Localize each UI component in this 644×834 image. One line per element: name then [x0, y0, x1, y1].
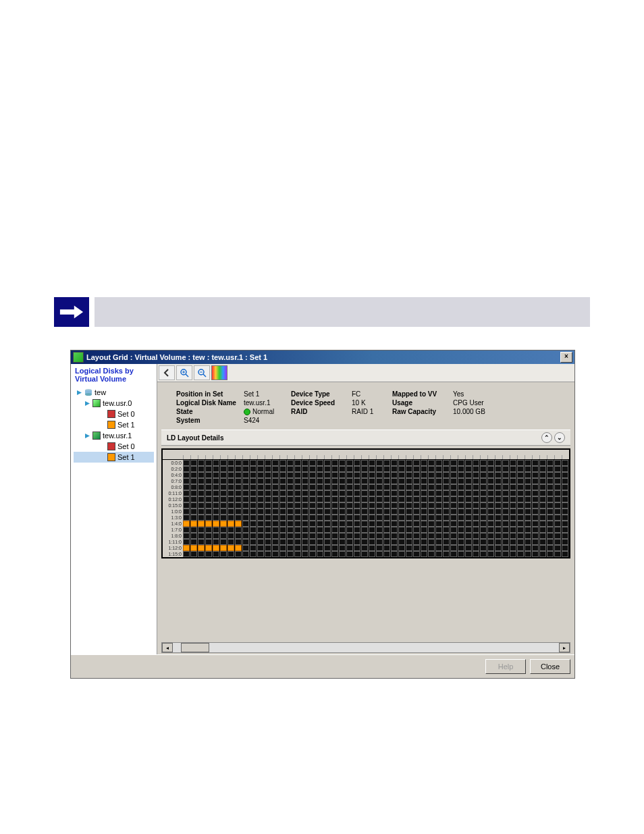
grid-cell[interactable]	[383, 466, 390, 472]
grid-cell[interactable]	[480, 460, 487, 466]
grid-cell[interactable]	[413, 527, 420, 533]
grid-cell[interactable]	[547, 460, 554, 466]
grid-cell[interactable]	[398, 460, 405, 466]
grid-cell[interactable]	[265, 527, 271, 533]
grid-cell[interactable]	[361, 490, 368, 496]
grid-cell[interactable]	[487, 551, 494, 557]
grid-cell[interactable]	[502, 478, 509, 484]
grid-cell[interactable]	[391, 509, 398, 515]
grid-cell[interactable]	[517, 551, 524, 557]
grid-cell[interactable]	[376, 539, 383, 545]
grid-cell[interactable]	[369, 545, 375, 551]
grid-cell[interactable]	[183, 496, 190, 502]
grid-cell[interactable]	[554, 539, 561, 545]
grid-cell[interactable]	[354, 460, 360, 466]
grid-cell[interactable]	[421, 466, 427, 472]
grid-cell[interactable]	[562, 466, 568, 472]
grid-cell[interactable]	[562, 521, 568, 527]
grid-cell[interactable]	[562, 551, 568, 557]
grid-cell[interactable]	[369, 551, 375, 557]
grid-cell[interactable]	[510, 484, 516, 490]
grid-cell[interactable]	[220, 478, 227, 484]
tree-vol0[interactable]: tew.usr.0	[74, 398, 154, 409]
grid-cell[interactable]	[294, 490, 301, 496]
grid-cell[interactable]	[413, 478, 420, 484]
grid-cell[interactable]	[428, 533, 435, 539]
grid-cell[interactable]	[339, 490, 346, 496]
grid-cell[interactable]	[398, 533, 405, 539]
grid-cell[interactable]	[354, 539, 360, 545]
grid-cell[interactable]	[554, 460, 561, 466]
grid-cell[interactable]	[413, 490, 420, 496]
grid-cell[interactable]	[339, 533, 346, 539]
grid-cell[interactable]	[339, 509, 346, 515]
grid-cell[interactable]	[235, 527, 242, 533]
grid-cell[interactable]	[376, 533, 383, 539]
grid-cell[interactable]	[279, 545, 286, 551]
grid-cell[interactable]	[450, 460, 457, 466]
grid-cell[interactable]	[458, 533, 464, 539]
grid-cell[interactable]	[242, 533, 249, 539]
grid-cell[interactable]	[391, 478, 398, 484]
grid-cell[interactable]	[421, 496, 427, 502]
grid-cell[interactable]	[287, 509, 294, 515]
grid-cell[interactable]	[198, 490, 205, 496]
grid-cell[interactable]	[361, 527, 368, 533]
grid-cell[interactable]	[272, 515, 279, 521]
grid-cell[interactable]	[242, 545, 249, 551]
grid-cell[interactable]	[346, 484, 353, 490]
grid-cell[interactable]	[487, 539, 494, 545]
grid-cell[interactable]	[495, 490, 502, 496]
grid-cell[interactable]	[473, 539, 479, 545]
grid-cell[interactable]	[495, 527, 502, 533]
grid-cell[interactable]	[413, 545, 420, 551]
grid-cell[interactable]	[473, 460, 479, 466]
grid-cell[interactable]	[205, 496, 212, 502]
grid-cell[interactable]	[242, 496, 249, 502]
grid-cell[interactable]	[465, 521, 472, 527]
grid-cell[interactable]	[302, 515, 308, 521]
grid-cell[interactable]	[369, 502, 375, 509]
grid-cell[interactable]	[250, 496, 257, 502]
grid-cell[interactable]	[250, 484, 257, 490]
grid-cell[interactable]	[502, 545, 509, 551]
grid-cell[interactable]	[265, 460, 271, 466]
grid-cell[interactable]	[354, 484, 360, 490]
grid-cell[interactable]	[525, 472, 531, 478]
grid-cell[interactable]	[480, 496, 487, 502]
grid-cell[interactable]	[272, 521, 279, 527]
grid-cell[interactable]	[487, 478, 494, 484]
grid-cell[interactable]	[510, 527, 516, 533]
grid-cell[interactable]	[510, 472, 516, 478]
grid-cell[interactable]	[361, 460, 368, 466]
grid-cell[interactable]	[250, 515, 257, 521]
grid-cell[interactable]	[302, 533, 308, 539]
grid-cell[interactable]	[562, 539, 568, 545]
grid-cell[interactable]	[435, 509, 442, 515]
grid-cell[interactable]	[406, 527, 412, 533]
grid-cell[interactable]	[213, 472, 219, 478]
grid-cell[interactable]	[547, 533, 554, 539]
grid-cell[interactable]	[532, 490, 539, 496]
grid-cell[interactable]	[539, 490, 546, 496]
tree-vol0-set1[interactable]: Set 1	[74, 419, 154, 430]
grid-cell[interactable]	[213, 466, 219, 472]
grid-cell[interactable]	[428, 551, 435, 557]
grid-cell[interactable]	[554, 545, 561, 551]
grid-cell[interactable]	[331, 478, 338, 484]
grid-cell[interactable]	[265, 502, 271, 509]
grid-cell[interactable]	[428, 478, 435, 484]
grid-cell[interactable]	[495, 533, 502, 539]
grid-cell[interactable]	[413, 472, 420, 478]
grid-cell[interactable]	[502, 484, 509, 490]
grid-cell[interactable]	[265, 490, 271, 496]
grid-cell[interactable]	[562, 527, 568, 533]
grid-cell[interactable]	[265, 496, 271, 502]
grid-cell[interactable]	[502, 466, 509, 472]
grid-cell[interactable]	[331, 484, 338, 490]
tree-vol1-set1[interactable]: Set 1	[74, 452, 154, 463]
grid-cell[interactable]	[443, 478, 450, 484]
grid-cell[interactable]	[257, 472, 264, 478]
grid-cell[interactable]	[220, 533, 227, 539]
grid-cell[interactable]	[383, 502, 390, 509]
